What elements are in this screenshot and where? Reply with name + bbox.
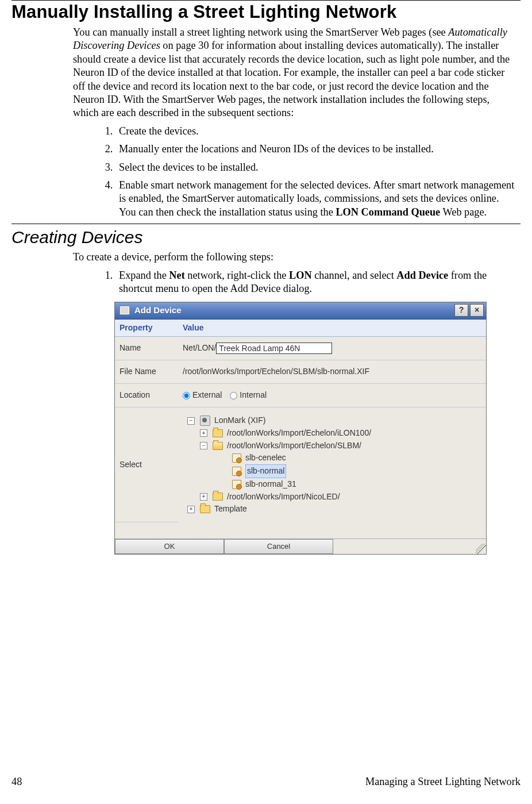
- folder-icon: [213, 493, 223, 501]
- location-external[interactable]: External: [183, 390, 222, 401]
- s1-p3: channel, and select: [312, 270, 397, 281]
- folder-icon: [213, 429, 223, 437]
- step-item: Expand the Net network, right-click the …: [115, 269, 516, 296]
- location-value-cell: External Internal: [178, 384, 486, 407]
- xif-icon: [232, 480, 241, 489]
- location-label: Location: [115, 384, 178, 407]
- collapse-icon[interactable]: −: [200, 442, 207, 449]
- s1-p2: network, right-click the: [185, 270, 289, 281]
- filename-label: File Name: [115, 360, 178, 384]
- intro-post: on page 30 for information about install…: [73, 40, 510, 118]
- collapse-icon[interactable]: −: [187, 417, 195, 425]
- xif-tree[interactable]: −LonMark (XIF) +/root/lonWorks/Import/Ec…: [183, 412, 371, 518]
- device-name-input[interactable]: [216, 343, 332, 354]
- name-value-cell: Net/LON/: [178, 337, 486, 360]
- dialog-button-bar: OK Cancel: [115, 538, 486, 554]
- sub-intro: To create a device, perform the followin…: [73, 251, 516, 264]
- create-steps-list: Expand the Net network, right-click the …: [73, 269, 516, 296]
- tree-folder-nicoled[interactable]: /root/lonWorks/Import/NicoLED/: [227, 491, 340, 503]
- col-property: Property: [115, 320, 178, 337]
- tree-xif-normal31[interactable]: slb-normal_31: [245, 478, 296, 491]
- footer-title: Managing a Street Lighting Network: [365, 776, 521, 788]
- radio-internal[interactable]: [230, 392, 237, 399]
- step-item: Select the devices to be installed.: [115, 161, 516, 174]
- page-number: 48: [11, 776, 22, 788]
- expand-icon[interactable]: +: [187, 506, 195, 513]
- select-tree-cell: −LonMark (XIF) +/root/lonWorks/Import/Ec…: [178, 407, 486, 522]
- intro-paragraph: You can manually install a street lighti…: [73, 26, 516, 120]
- dialog-titlebar[interactable]: Add Device ? ×: [115, 302, 486, 320]
- intro-pre: You can manually install a street lighti…: [73, 26, 448, 38]
- folder-icon: [200, 505, 210, 513]
- tree-template[interactable]: Template: [214, 503, 247, 516]
- tree-xif-cenelec[interactable]: slb-cenelec: [245, 452, 286, 464]
- tree-root[interactable]: LonMark (XIF): [214, 414, 265, 427]
- folder-open-icon: [213, 442, 223, 450]
- s1-b1: Net: [169, 270, 184, 281]
- radio-external[interactable]: [183, 392, 190, 399]
- resize-grip[interactable]: [476, 544, 486, 554]
- close-button[interactable]: ×: [470, 304, 484, 317]
- location-internal[interactable]: Internal: [230, 390, 267, 401]
- cancel-button[interactable]: Cancel: [224, 539, 333, 554]
- expand-icon[interactable]: +: [200, 493, 207, 501]
- radio-external-label: External: [192, 390, 222, 401]
- xif-icon: [232, 453, 241, 463]
- help-button[interactable]: ?: [454, 304, 468, 317]
- name-prefix: Net/LON/: [183, 343, 216, 353]
- select-label: Select: [115, 407, 178, 522]
- filename-value: /root/lonWorks/Import/Echelon/SLBM/slb-n…: [178, 360, 486, 384]
- step4-post: Web page.: [440, 206, 487, 218]
- step-item: Enable smart network management for the …: [115, 179, 516, 219]
- section-heading: Manually Installing a Street Lighting Ne…: [11, 2, 521, 22]
- dialog-title: Add Device: [134, 305, 453, 316]
- col-value: Value: [178, 320, 486, 337]
- add-device-dialog: Add Device ? × Property Value Name Net/L…: [114, 302, 487, 555]
- s1-b3: Add Device: [396, 270, 448, 281]
- tree-folder-ilon100[interactable]: /root/lonWorks/Import/Echelon/iLON100/: [227, 427, 371, 440]
- tree-xif-normal-selected[interactable]: slb-normal: [245, 464, 286, 478]
- s1-p1: Expand the: [119, 270, 169, 281]
- step-item: Manually enter the locations and Neuron …: [115, 143, 516, 156]
- radio-internal-label: Internal: [240, 390, 267, 401]
- install-steps-list: Create the devices. Manually enter the l…: [73, 125, 516, 219]
- tree-folder-slbm[interactable]: /root/lonWorks/Import/Echelon/SLBM/: [227, 440, 361, 452]
- xif-icon: [232, 467, 241, 476]
- name-label: Name: [115, 337, 178, 360]
- ok-button[interactable]: OK: [115, 539, 224, 554]
- s1-b2: LON: [289, 270, 312, 281]
- step4-bold: LON Command Queue: [336, 206, 440, 218]
- step-item: Create the devices.: [115, 125, 516, 138]
- subsection-heading: Creating Devices: [11, 228, 521, 247]
- expand-icon[interactable]: +: [200, 429, 207, 437]
- dialog-icon: [119, 306, 130, 315]
- lonmark-icon: [200, 416, 210, 426]
